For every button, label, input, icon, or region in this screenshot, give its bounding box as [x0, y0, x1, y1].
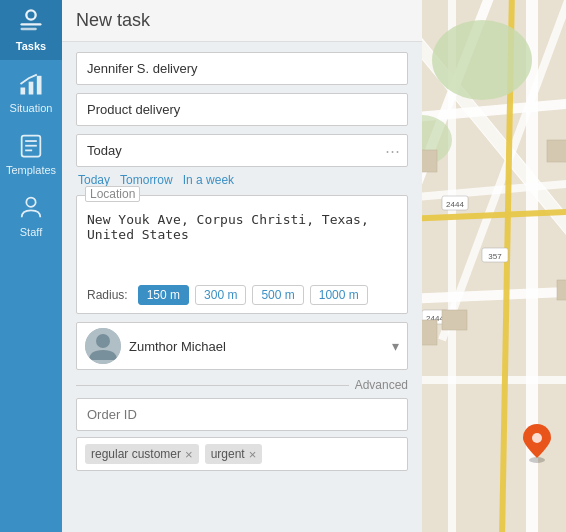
assignee-row[interactable]: Zumthor Michael ▾: [76, 322, 408, 370]
svg-rect-9: [25, 145, 37, 147]
svg-rect-4: [21, 88, 26, 95]
tag-regular-customer-label: regular customer: [91, 447, 181, 461]
svg-rect-3: [21, 28, 37, 30]
sidebar-item-tasks[interactable]: Tasks: [0, 0, 62, 60]
quick-dates-row: Today Tomorrow In a week: [76, 173, 408, 187]
situation-icon: [17, 70, 45, 98]
location-textarea[interactable]: New Youk Ave, Corpus Christi, Texas, Uni…: [77, 196, 407, 276]
date-row: ⋯: [76, 134, 408, 167]
sidebar-tasks-label: Tasks: [16, 40, 46, 52]
tag-urgent-label: urgent: [211, 447, 245, 461]
map-panel: 2444 357 2444: [422, 0, 566, 532]
svg-rect-38: [422, 150, 437, 172]
order-id-input[interactable]: [76, 398, 408, 431]
chevron-down-icon: ▾: [392, 338, 399, 354]
quick-date-week[interactable]: In a week: [183, 173, 234, 187]
form-panel: New task ⋯ Today Tomorrow In a week Loca…: [62, 0, 422, 532]
templates-icon: [17, 132, 45, 160]
form-body: ⋯ Today Tomorrow In a week Location New …: [62, 42, 422, 481]
advanced-line-left: [76, 385, 349, 386]
sidebar-staff-label: Staff: [20, 226, 42, 238]
tags-row[interactable]: regular customer × urgent ×: [76, 437, 408, 471]
main-content: New task ⋯ Today Tomorrow In a week Loca…: [62, 0, 566, 532]
staff-icon: [17, 194, 45, 222]
svg-rect-39: [557, 280, 566, 300]
svg-point-11: [26, 198, 35, 207]
tag-regular-customer: regular customer ×: [85, 444, 199, 464]
svg-text:357: 357: [488, 252, 502, 261]
svg-rect-6: [37, 76, 42, 95]
sidebar: Tasks Situation Templates Staff: [0, 0, 62, 532]
sidebar-situation-label: Situation: [10, 102, 53, 114]
task-name-input[interactable]: [76, 52, 408, 85]
location-group: Location New Youk Ave, Corpus Christi, T…: [76, 195, 408, 314]
sidebar-item-situation[interactable]: Situation: [0, 60, 62, 122]
radius-500m[interactable]: 500 m: [252, 285, 303, 305]
radius-150m[interactable]: 150 m: [138, 285, 189, 305]
svg-rect-35: [422, 320, 437, 345]
date-input[interactable]: [76, 134, 408, 167]
svg-text:2444: 2444: [446, 200, 464, 209]
sidebar-item-templates[interactable]: Templates: [0, 122, 62, 184]
sidebar-item-staff[interactable]: Staff: [0, 184, 62, 246]
tag-regular-customer-remove[interactable]: ×: [185, 448, 193, 461]
advanced-header: Advanced: [76, 378, 408, 392]
tag-urgent-remove[interactable]: ×: [249, 448, 257, 461]
svg-rect-37: [547, 140, 566, 162]
category-input[interactable]: [76, 93, 408, 126]
radius-1000m[interactable]: 1000 m: [310, 285, 368, 305]
advanced-section: Advanced regular customer × urgent ×: [76, 378, 408, 471]
assignee-avatar: [85, 328, 121, 364]
form-title: New task: [62, 0, 422, 42]
svg-point-41: [532, 433, 542, 443]
tag-urgent: urgent ×: [205, 444, 263, 464]
quick-date-today[interactable]: Today: [78, 173, 110, 187]
sidebar-templates-label: Templates: [6, 164, 56, 176]
svg-rect-5: [29, 82, 34, 95]
location-label: Location: [85, 186, 140, 202]
svg-point-13: [96, 334, 110, 348]
svg-rect-36: [442, 310, 467, 330]
assignee-name: Zumthor Michael: [129, 339, 392, 354]
svg-point-27: [432, 20, 532, 100]
advanced-label: Advanced: [355, 378, 408, 392]
avatar-image: [85, 328, 121, 364]
svg-point-1: [28, 12, 35, 19]
map-svg: 2444 357 2444: [422, 0, 566, 532]
svg-rect-2: [21, 23, 42, 25]
tasks-icon: [17, 8, 45, 36]
quick-date-tomorrow[interactable]: Tomorrow: [120, 173, 173, 187]
radius-label: Radius:: [87, 288, 128, 302]
svg-rect-10: [25, 150, 32, 152]
radius-300m[interactable]: 300 m: [195, 285, 246, 305]
radius-row: Radius: 150 m 300 m 500 m 1000 m: [77, 279, 407, 313]
svg-rect-8: [25, 140, 37, 142]
